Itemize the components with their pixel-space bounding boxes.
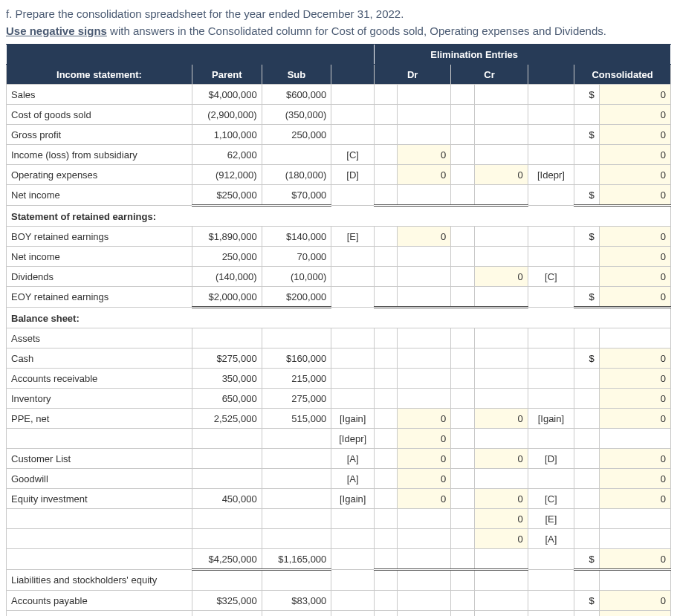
cr-cust[interactable]: 0 xyxy=(474,449,528,469)
parent-opexp: (912,000) xyxy=(192,165,262,185)
ref2-cust: [D] xyxy=(528,449,574,469)
cr-div[interactable]: 0 xyxy=(474,267,528,287)
sub-opexp: (180,000) xyxy=(262,165,331,185)
cr-gross xyxy=(474,125,528,145)
parent-cash: $275,000 xyxy=(192,348,262,369)
dsym-sales xyxy=(375,85,398,105)
ref2-ppe2 xyxy=(528,429,574,449)
dr-eqinv3 xyxy=(398,529,451,549)
dr-cust[interactable]: 0 xyxy=(398,449,451,469)
csym-opexp xyxy=(451,165,474,185)
cr-eqinv[interactable]: 0 xyxy=(474,489,528,509)
parent-ap: $325,000 xyxy=(192,591,262,611)
parent-eoy: $2,000,000 xyxy=(192,287,262,308)
hdr-elimination: Elimination Entries xyxy=(375,45,574,65)
hdr-spacer2 xyxy=(574,45,671,65)
ref1-netinc xyxy=(331,185,375,206)
cr-opexp[interactable]: 0 xyxy=(474,165,528,185)
con-tassets[interactable]: 0 xyxy=(599,549,670,570)
ref1-gross xyxy=(331,125,375,145)
cell xyxy=(331,328,375,348)
ref2-opexp: [Idepr] xyxy=(528,165,574,185)
cell xyxy=(474,328,528,348)
sub-gross: 250,000 xyxy=(262,125,331,145)
con-ap[interactable]: 0 xyxy=(599,591,670,611)
csym-eqinv2 xyxy=(451,509,474,529)
con-eqinv[interactable]: 0 xyxy=(599,489,670,509)
hdr-parent: Parent xyxy=(192,65,262,85)
dsym-eqinv3 xyxy=(375,529,398,549)
dr-ppe[interactable]: 0 xyxy=(398,409,451,429)
parent-eqinv: 450,000 xyxy=(192,489,262,509)
con-gross[interactable]: 0 xyxy=(599,125,670,145)
csym-cash xyxy=(451,348,474,369)
con-div[interactable]: 0 xyxy=(599,267,670,287)
con-ppe[interactable]: 0 xyxy=(599,409,670,429)
instruction-rest: with answers in the Consolidated column … xyxy=(107,25,606,37)
consym-netinc: $ xyxy=(574,185,600,206)
con-eoy[interactable]: 0 xyxy=(599,287,670,308)
dsym-cash xyxy=(375,348,398,369)
parent-sales: $4,000,000 xyxy=(192,85,262,105)
sub-eqinv3 xyxy=(262,529,331,549)
consym-inv xyxy=(574,389,600,409)
dr-netinc xyxy=(398,185,451,206)
ref1-ppe: [Igain] xyxy=(331,409,375,429)
con-netinc2[interactable]: 0 xyxy=(599,247,670,267)
label-div: Dividends xyxy=(7,267,192,287)
ref1-ppe2: [Idepr] xyxy=(331,429,375,449)
con-ocl[interactable]: 0 xyxy=(599,611,670,617)
con-opexp[interactable]: 0 xyxy=(599,165,670,185)
con-sales[interactable]: 0 xyxy=(599,85,670,105)
ref2-cogs xyxy=(528,105,574,125)
con-inv[interactable]: 0 xyxy=(599,389,670,409)
cr-ppe2 xyxy=(474,429,528,449)
dsym-eqinv xyxy=(375,489,398,509)
consym-ar xyxy=(574,369,600,389)
con-gw[interactable]: 0 xyxy=(599,469,670,489)
dr-sales xyxy=(398,85,451,105)
con-incsub[interactable]: 0 xyxy=(599,145,670,165)
consym-eqinv3 xyxy=(574,529,600,549)
consym-ocl xyxy=(574,611,600,617)
csym-ar xyxy=(451,369,474,389)
cell xyxy=(599,570,670,591)
sub-ppe2 xyxy=(262,429,331,449)
consym-cogs xyxy=(574,105,600,125)
dsym-ppe2 xyxy=(375,429,398,449)
sub-incsub xyxy=(262,145,331,165)
dr-eqinv[interactable]: 0 xyxy=(398,489,451,509)
dr-opexp[interactable]: 0 xyxy=(398,165,451,185)
cr-inv xyxy=(474,389,528,409)
parent-netinc2: 250,000 xyxy=(192,247,262,267)
consym-boy: $ xyxy=(574,227,600,247)
dsym-netinc xyxy=(375,185,398,206)
dsym-cogs xyxy=(375,105,398,125)
section-sre: Statement of retained earnings: xyxy=(7,206,671,227)
dr-ppe2[interactable]: 0 xyxy=(398,429,451,449)
con-boy[interactable]: 0 xyxy=(599,227,670,247)
ref1-tassets xyxy=(331,549,375,570)
consym-gw xyxy=(574,469,600,489)
cr-cash xyxy=(474,348,528,369)
dr-incsub[interactable]: 0 xyxy=(398,145,451,165)
consym-eqinv xyxy=(574,489,600,509)
cr-ppe[interactable]: 0 xyxy=(474,409,528,429)
ref1-gw: [A] xyxy=(331,469,375,489)
dr-gw[interactable]: 0 xyxy=(398,469,451,489)
label-cogs: Cost of goods sold xyxy=(7,105,192,125)
cr-eqinv2[interactable]: 0 xyxy=(474,509,528,529)
cr-eqinv3[interactable]: 0 xyxy=(474,529,528,549)
con-cust[interactable]: 0 xyxy=(599,449,670,469)
con-netinc[interactable]: 0 xyxy=(599,185,670,206)
con-cash[interactable]: 0 xyxy=(599,348,670,369)
consym-incsub xyxy=(574,145,600,165)
csym-incsub xyxy=(451,145,474,165)
dr-boy[interactable]: 0 xyxy=(398,227,451,247)
con-ar[interactable]: 0 xyxy=(599,369,670,389)
con-cogs[interactable]: 0 xyxy=(599,105,670,125)
cell xyxy=(451,328,474,348)
cell xyxy=(574,570,600,591)
csym-ocl xyxy=(451,611,474,617)
row-lse: Liabilities and stockholders' equity xyxy=(7,570,192,591)
